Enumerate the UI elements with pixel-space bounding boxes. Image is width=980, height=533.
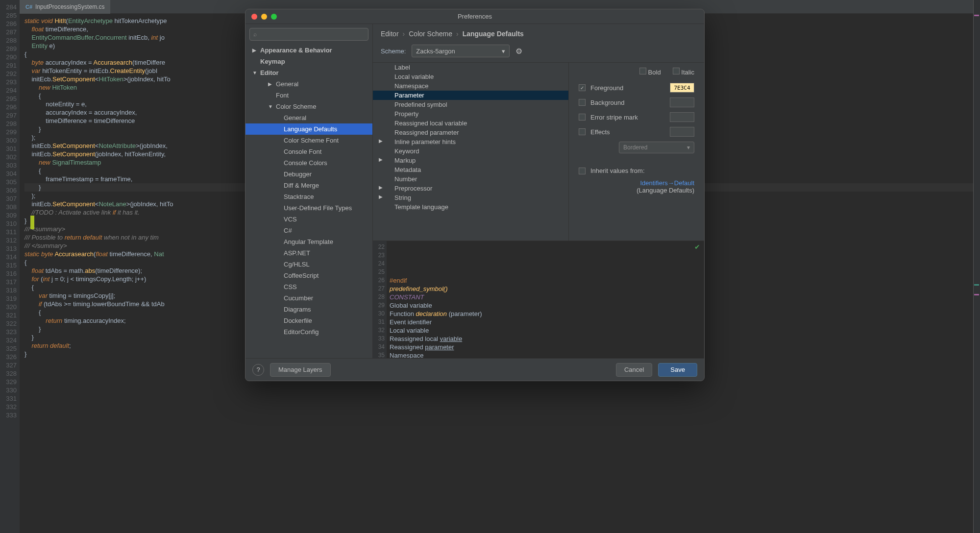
attr-predefined-symbol[interactable]: Predefined symbol [373, 100, 568, 109]
inherit-sub: (Language Defaults) [579, 187, 694, 194]
sidebar-item-font[interactable]: Font [245, 90, 372, 101]
scheme-row: Scheme: Zacks-5argon▾ ⚙ [373, 38, 704, 63]
attr-inline-parameter-hints[interactable]: ▶Inline parameter hints [373, 137, 568, 146]
cancel-button[interactable]: Cancel [616, 363, 652, 377]
sidebar-item-vcs[interactable]: VCS [245, 214, 372, 225]
dialog-title: Preferences [458, 13, 492, 20]
minimize-icon[interactable] [261, 14, 267, 20]
status-ok-icon: ✔ [694, 243, 700, 251]
attr-namespace[interactable]: Namespace [373, 81, 568, 91]
right-rail [973, 0, 980, 533]
attr-local-variable[interactable]: Local variable [373, 72, 568, 81]
foreground-check[interactable] [579, 84, 586, 91]
attr-markup[interactable]: ▶Markup [373, 156, 568, 165]
attr-label[interactable]: Label [373, 63, 568, 72]
sidebar-item-asp-net[interactable]: ASP.NET [245, 247, 372, 259]
error-stripe-label: Error stripe mark [590, 114, 665, 121]
attr-metadata[interactable]: Metadata [373, 165, 568, 174]
attr-property[interactable]: Property [373, 109, 568, 119]
settings-sidebar: ⌕ ▶Appearance & BehaviorKeymap▼Editor▶Ge… [245, 24, 373, 358]
sidebar-item-color-scheme-font[interactable]: Color Scheme Font [245, 135, 372, 146]
close-icon[interactable] [251, 14, 257, 20]
attr-template-language[interactable]: Template language [373, 202, 568, 212]
effects-type-select[interactable]: Bordered▾ [619, 142, 694, 153]
titlebar: Preferences [245, 9, 704, 24]
window-controls [251, 14, 277, 20]
sidebar-item-cucumber[interactable]: Cucumber [245, 292, 372, 304]
sidebar-item-css[interactable]: CSS [245, 281, 372, 292]
inherit-link[interactable]: Identifiers→Default [579, 179, 694, 187]
sidebar-item-appearance-behavior[interactable]: ▶Appearance & Behavior [245, 45, 372, 56]
style-panel: Bold Italic Foreground 7E3C4 Background [569, 63, 704, 241]
sidebar-item-c-[interactable]: C# [245, 225, 372, 236]
sidebar-item-editorconfig[interactable]: EditorConfig [245, 326, 372, 338]
file-tab[interactable]: C# InputProcessingSystem.cs [20, 0, 110, 14]
sidebar-item-debugger[interactable]: Debugger [245, 169, 372, 180]
background-check[interactable] [579, 99, 586, 106]
breadcrumb: Editor›Color Scheme›Language Defaults [373, 24, 704, 38]
sidebar-item-language-defaults[interactable]: Language Defaults [245, 123, 372, 135]
attr-string[interactable]: ▶String [373, 193, 568, 202]
effects-swatch[interactable] [670, 127, 694, 137]
line-number-gutter: 2842852862872882892902912922932942952962… [0, 0, 20, 533]
sidebar-item-angular-template[interactable]: Angular Template [245, 236, 372, 247]
dialog-footer: ? Manage Layers Cancel Save [245, 358, 704, 381]
settings-search-input[interactable] [249, 28, 368, 41]
scheme-select[interactable]: Zacks-5argon▾ [412, 45, 510, 57]
preferences-dialog: Preferences ⌕ ▶Appearance & BehaviorKeym… [245, 9, 705, 381]
search-icon: ⌕ [253, 31, 257, 38]
sidebar-item-console-font[interactable]: Console Font [245, 146, 372, 157]
save-button[interactable]: Save [658, 363, 697, 377]
attr-reassigned-local-variable[interactable]: Reassigned local variable [373, 119, 568, 128]
sidebar-item-color-scheme[interactable]: ▼Color Scheme [245, 101, 372, 112]
sidebar-item-editor[interactable]: ▼Editor [245, 67, 372, 78]
tab-filename: InputProcessingSystem.cs [35, 3, 104, 10]
sidebar-item-dockerfile[interactable]: Dockerfile [245, 315, 372, 326]
foreground-label: Foreground [590, 84, 665, 92]
sidebar-item-general[interactable]: ▶General [245, 78, 372, 90]
tab-lang-badge: C# [25, 4, 32, 10]
background-swatch[interactable] [670, 97, 694, 107]
chevron-down-icon: ▾ [502, 48, 505, 55]
inherit-label: Inherit values from: [590, 167, 694, 174]
bold-check[interactable]: Bold [639, 68, 661, 76]
background-label: Background [590, 99, 665, 106]
inherit-check[interactable] [579, 168, 586, 174]
sidebar-item-coffeescript[interactable]: CoffeeScript [245, 270, 372, 281]
error-stripe-swatch[interactable] [670, 112, 694, 122]
help-button[interactable]: ? [252, 364, 264, 376]
scheme-label: Scheme: [381, 48, 406, 55]
attr-number[interactable]: Number [373, 174, 568, 184]
sidebar-item-keymap[interactable]: Keymap [245, 56, 372, 67]
attr-parameter[interactable]: Parameter [373, 91, 568, 100]
change-marker [30, 216, 34, 229]
attr-keyword[interactable]: Keyword [373, 146, 568, 156]
sidebar-item-user-defined-file-types[interactable]: User-Defined File Types [245, 202, 372, 214]
sidebar-item-diff-merge[interactable]: Diff & Merge [245, 180, 372, 191]
sidebar-item-stacktrace[interactable]: Stacktrace [245, 191, 372, 202]
settings-tree[interactable]: ▶Appearance & BehaviorKeymap▼Editor▶Gene… [245, 45, 372, 358]
sidebar-item-cg-hlsl[interactable]: Cg/HLSL [245, 259, 372, 270]
manage-layers-button[interactable]: Manage Layers [270, 363, 331, 377]
gear-icon[interactable]: ⚙ [515, 47, 522, 56]
settings-content: Editor›Color Scheme›Language Defaults Sc… [373, 24, 704, 358]
sidebar-item-general[interactable]: General [245, 112, 372, 123]
error-stripe-check[interactable] [579, 114, 586, 121]
zoom-icon[interactable] [271, 14, 277, 20]
chevron-down-icon: ▾ [687, 144, 690, 151]
effects-check[interactable] [579, 128, 586, 135]
sidebar-item-diagrams[interactable]: Diagrams [245, 304, 372, 315]
preview-pane: ✔ 2223242526272829303132333435 #endifpre… [373, 241, 704, 358]
attr-reassigned-parameter[interactable]: Reassigned parameter [373, 128, 568, 137]
attr-preprocessor[interactable]: ▶Preprocessor [373, 184, 568, 193]
sidebar-item-console-colors[interactable]: Console Colors [245, 157, 372, 169]
foreground-swatch[interactable]: 7E3C4 [670, 83, 694, 93]
effects-label: Effects [590, 128, 665, 136]
italic-check[interactable]: Italic [673, 68, 694, 76]
attribute-list[interactable]: LabelLocal variableNamespaceParameterPre… [373, 63, 569, 241]
